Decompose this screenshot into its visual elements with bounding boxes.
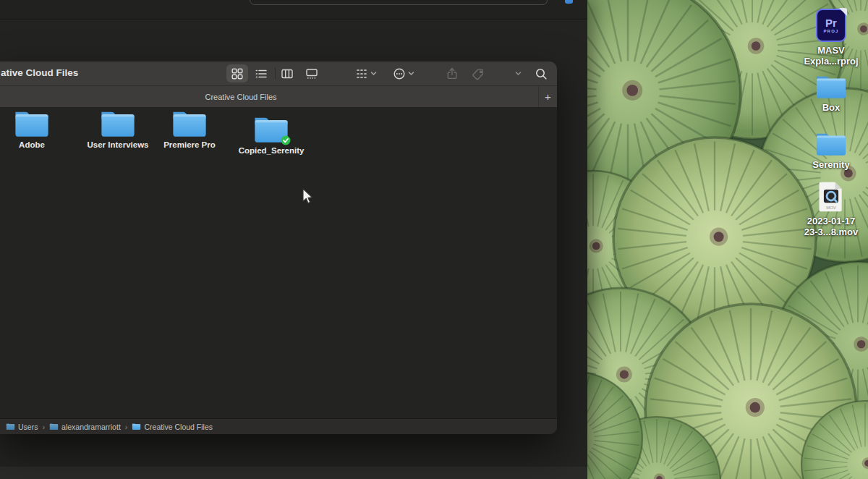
path-label: Creative Cloud Files	[144, 423, 213, 431]
folder-icon	[793, 130, 868, 158]
tab-creative-cloud-files[interactable]: Creative Cloud Files	[205, 93, 276, 101]
finder-tab-bar: Creative Cloud Files +	[0, 85, 557, 107]
desktop-label-line: Expla...rproj	[793, 56, 868, 67]
finder-path-bar: Users › alexandramarriott › Creative Clo…	[0, 418, 557, 434]
more-options-icon[interactable]	[393, 67, 406, 80]
folder-label: Copied_Serenity	[234, 146, 309, 155]
path-segment-user-home[interactable]: alexandramarriott	[49, 423, 121, 431]
path-chevron: ›	[124, 423, 129, 431]
desktop-item-mov[interactable]: MOV 2023-01-17 23-3...8.mov	[793, 181, 868, 237]
toolbar-divider	[275, 67, 276, 79]
desktop-label-line: 2023-01-17	[793, 216, 868, 226]
path-chevron: ›	[41, 423, 46, 431]
folder-icon	[793, 73, 868, 101]
desktop-label: Box	[793, 102, 868, 113]
premiere-project-file-icon: Pr PROJ	[816, 9, 846, 42]
chevron-down-icon[interactable]	[408, 70, 414, 77]
grid-view-icon[interactable]	[231, 67, 244, 80]
background-app-footer	[0, 467, 587, 479]
group-by-icon[interactable]	[355, 67, 368, 80]
folder-icon	[132, 423, 141, 431]
folder-icon	[6, 423, 15, 431]
gallery-view-icon[interactable]	[305, 67, 318, 80]
mouse-cursor-icon	[302, 188, 313, 205]
folder-icon	[171, 109, 208, 139]
desktop-label-line: MASV	[793, 45, 868, 56]
folder-item-premiere-pro[interactable]: Premiere Pro	[152, 109, 227, 149]
search-icon[interactable]	[535, 67, 548, 80]
folder-icon	[99, 109, 137, 139]
folder-label: User Interviews	[80, 140, 156, 149]
tags-icon[interactable]	[472, 67, 485, 80]
pr-logo-text: Pr	[825, 17, 837, 29]
sync-complete-badge-icon	[281, 135, 291, 145]
folder-label: Adobe	[0, 140, 69, 149]
page-fold-corner	[839, 8, 847, 16]
path-label: Users	[18, 423, 38, 431]
clipped-address-bar[interactable]	[250, 0, 548, 5]
list-view-icon[interactable]	[255, 67, 268, 80]
desktop-icon-column: Pr PROJ MASV Expla...rproj Box Serenity …	[793, 0, 868, 479]
finder-toolbar: ative Cloud Files	[0, 62, 557, 85]
mov-ext-text: MOV	[826, 205, 836, 210]
folder-item-user-interviews[interactable]: User Interviews	[80, 109, 156, 149]
proj-subtext: PROJ	[823, 29, 838, 33]
folder-icon	[49, 423, 59, 431]
path-label: alexandramarriott	[61, 423, 121, 431]
window-title: ative Cloud Files	[1, 67, 78, 78]
finder-window: ative Cloud Files	[0, 62, 557, 434]
desktop-item-serenity[interactable]: Serenity	[793, 130, 868, 170]
folder-item-copied-serenity[interactable]: Copied_Serenity	[234, 114, 309, 155]
clipped-blue-icon	[565, 0, 573, 4]
finder-file-area[interactable]: Adobe User Interviews Premiere Pro Copie…	[0, 107, 557, 418]
share-icon[interactable]	[446, 67, 459, 80]
chevron-down-icon[interactable]	[370, 70, 377, 77]
quicktime-movie-file-icon: MOV	[817, 181, 846, 213]
expand-toolbar-chevron-icon[interactable]	[515, 70, 522, 77]
folder-label: Premiere Pro	[152, 140, 227, 149]
desktop-label: Serenity	[793, 159, 868, 170]
desktop-label-line: 23-3...8.mov	[793, 226, 868, 237]
column-view-icon[interactable]	[281, 67, 294, 80]
path-segment-creative-cloud-files[interactable]: Creative Cloud Files	[132, 423, 213, 431]
path-segment-users[interactable]: Users	[6, 423, 38, 431]
folder-item-adobe[interactable]: Adobe	[0, 109, 69, 149]
desktop-item-box[interactable]: Box	[793, 73, 868, 113]
new-tab-button[interactable]: +	[539, 86, 557, 108]
desktop-item-prproj[interactable]: Pr PROJ MASV Expla...rproj	[793, 9, 868, 67]
background-app-titlebar	[0, 0, 587, 20]
folder-icon	[13, 109, 51, 139]
